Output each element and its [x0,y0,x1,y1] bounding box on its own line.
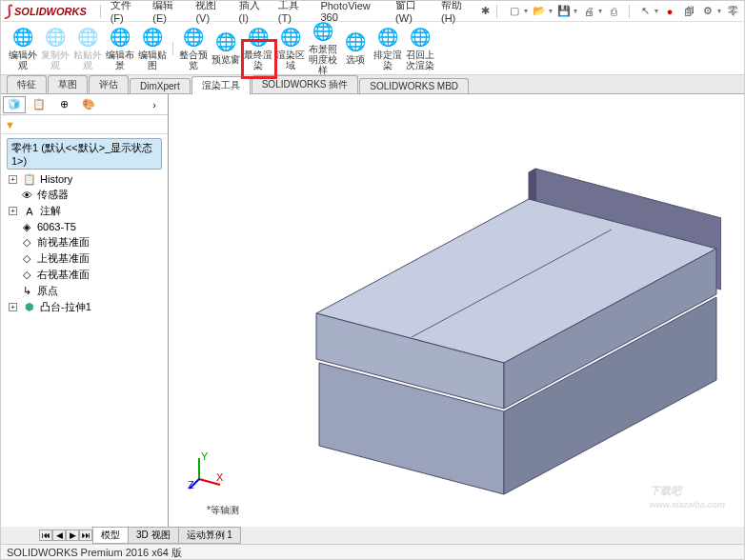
plane-icon: ◇ [20,236,33,250]
integrated-preview[interactable]: 🌐整合预览 [177,25,210,72]
menu-insert[interactable]: 插入(I) [233,0,272,26]
globe-icon: 🌐 [45,27,66,48]
cursor-icon[interactable]: ↖ [637,4,653,19]
solidworks-logo-icon: ⟆ [5,2,10,20]
globe-icon: 🌐 [183,27,204,48]
print-icon[interactable]: 🖨 [581,4,596,19]
ribbon-toolbar: 🌐编辑外观 🌐复制外观 🌐粘贴外观 🌐编辑布景 🌐编辑贴图 🌐整合预览 🌐预览窗… [1,22,744,75]
plane-icon: ◇ [20,269,33,282]
app-title: SOLIDWORKS [14,6,87,17]
preview-window[interactable]: 🌐预览窗 [210,25,242,72]
expand-icon[interactable]: + [9,303,17,311]
link-icon[interactable]: 零 [725,4,740,19]
tab-nav-next-icon[interactable]: ▶ [66,530,79,541]
tree-item-top-plane[interactable]: ◇上视基准面 [7,250,162,267]
tree-item-material[interactable]: ◈6063-T5 [7,219,162,234]
tree-item-history[interactable]: +📋History [7,171,162,187]
tab-nav-prev-icon[interactable]: ◀ [52,530,66,541]
menu-edit[interactable]: 编辑(E) [147,0,190,26]
main-area: 🧊 📋 ⊕ 🎨 › ▼ 零件1 (默认<<默认>_显示状态 1>) +📋Hist… [1,94,744,538]
menu-tools[interactable]: 工具(T) [272,0,315,26]
tab-sw-addins[interactable]: SOLIDWORKS 插件 [252,75,359,93]
expand-icon[interactable]: + [9,207,17,215]
bottom-tab-motion[interactable]: 运动算例 1 [178,527,241,544]
menu-file[interactable]: 文件(F) [105,0,148,26]
final-render[interactable]: 🌐最终渲染 [242,25,274,72]
tree-item-right-plane[interactable]: ◇右视基准面 [7,267,162,283]
tab-sketch[interactable]: 草图 [48,75,88,93]
globe-icon: 🌐 [345,31,366,52]
status-text: SOLIDWORKS Premium 2016 x64 版 [7,547,182,558]
globe-icon: 🌐 [377,27,398,48]
config-tab[interactable]: ⊕ [52,96,75,113]
tab-sw-mbd[interactable]: SOLIDWORKS MBD [359,78,469,93]
scene-illum[interactable]: 🌐布景照明度校样 [307,25,339,72]
rebuild-icon[interactable]: ● [662,4,677,19]
tree-item-annotations[interactable]: +A注解 [7,203,162,219]
edit-decal[interactable]: 🌐编辑贴图 [136,25,169,72]
svg-text:Z: Z [188,479,194,490]
dropdown-icon[interactable]: ▾ [574,7,577,15]
filter-icon[interactable]: ▼ [5,119,15,130]
dropdown-icon[interactable]: ▾ [524,7,528,15]
edit-appearance[interactable]: 🌐编辑外观 [7,25,39,72]
bottom-tab-model[interactable]: 模型 [92,527,129,544]
origin-icon: ↳ [20,285,33,298]
feature-manager-panel: 🧊 📋 ⊕ 🎨 › ▼ 零件1 (默认<<默认>_显示状态 1>) +📋Hist… [1,94,169,538]
dimxpert-tab[interactable]: 🎨 [77,96,100,113]
material-icon: ◈ [20,220,33,233]
tab-dimxpert[interactable]: DimXpert [130,78,191,93]
paste-appearance[interactable]: 🌐粘贴外观 [71,25,104,72]
dropdown-icon[interactable]: ▾ [598,7,602,15]
options[interactable]: 🌐选项 [339,25,372,72]
menu-view[interactable]: 视图(V) [190,0,232,26]
recall-render[interactable]: 🌐召回上次渲染 [404,25,436,72]
tab-render-tools[interactable]: 渲染工具 [191,76,251,94]
help-icon[interactable]: ✱ [479,4,493,19]
bottom-tab-bar: ⏮ ◀ ▶ ⏭ 模型 3D 视图 运动算例 1 [1,527,744,544]
graphics-viewport[interactable]: Y X Z *等轴测 下载吧 www.xiazaiba.com [169,94,744,538]
globe-icon: 🌐 [142,27,163,48]
dropdown-icon[interactable]: ▾ [717,7,721,15]
copy-appearance[interactable]: 🌐复制外观 [39,25,71,72]
globe-icon: 🌐 [248,27,269,48]
globe-icon: 🌐 [410,27,431,48]
edit-scene[interactable]: 🌐编辑布景 [104,25,136,72]
view-triad[interactable]: Y X Z [188,452,226,490]
save-icon[interactable]: 💾 [556,4,572,19]
panel-tabs: 🧊 📋 ⊕ 🎨 › [1,94,168,115]
svg-text:X: X [216,471,224,483]
render-region[interactable]: 🌐渲染区域 [274,25,307,72]
gear-icon[interactable]: ⚙ [700,4,715,19]
tab-features[interactable]: 特征 [7,75,47,93]
open-icon[interactable]: 📂 [532,4,547,19]
globe-icon: 🌐 [215,31,236,52]
menu-window[interactable]: 窗口(W) [390,0,435,26]
dropdown-icon[interactable]: ▾ [654,7,658,15]
globe-icon: 🌐 [312,21,333,42]
screenshot-icon[interactable]: ⎙ [606,4,621,19]
schedule-render[interactable]: 🌐排定渲染 [372,25,404,72]
menu-help[interactable]: 帮助(H) [435,0,479,26]
part-model [283,142,721,504]
tree-item-front-plane[interactable]: ◇前视基准面 [7,234,162,250]
annotation-icon: A [23,205,36,218]
dropdown-icon[interactable]: ▾ [549,7,553,15]
tree-root[interactable]: 零件1 (默认<<默认>_显示状态 1>) [7,138,162,170]
expand-icon[interactable]: › [143,96,166,113]
tab-evaluate[interactable]: 评估 [89,75,129,93]
bottom-tab-3dview[interactable]: 3D 视图 [128,527,179,544]
property-tab[interactable]: 📋 [28,96,50,113]
tree-item-extrude[interactable]: +⬢凸台-拉伸1 [7,299,162,315]
globe-icon: 🌐 [77,27,98,48]
tree-item-sensors[interactable]: 👁传感器 [7,187,162,203]
tree-item-origin[interactable]: ↳原点 [7,283,162,299]
tab-nav-first-icon[interactable]: ⏮ [39,530,52,541]
options-icon[interactable]: 🗐 [681,4,696,19]
tab-nav-last-icon[interactable]: ⏭ [79,530,92,541]
feature-tree-tab[interactable]: 🧊 [3,96,26,113]
new-doc-icon[interactable]: ▢ [507,4,522,19]
separator [100,5,101,18]
menu-bar: ⟆ SOLIDWORKS 文件(F) 编辑(E) 视图(V) 插入(I) 工具(… [1,1,744,22]
expand-icon[interactable]: + [9,175,17,184]
